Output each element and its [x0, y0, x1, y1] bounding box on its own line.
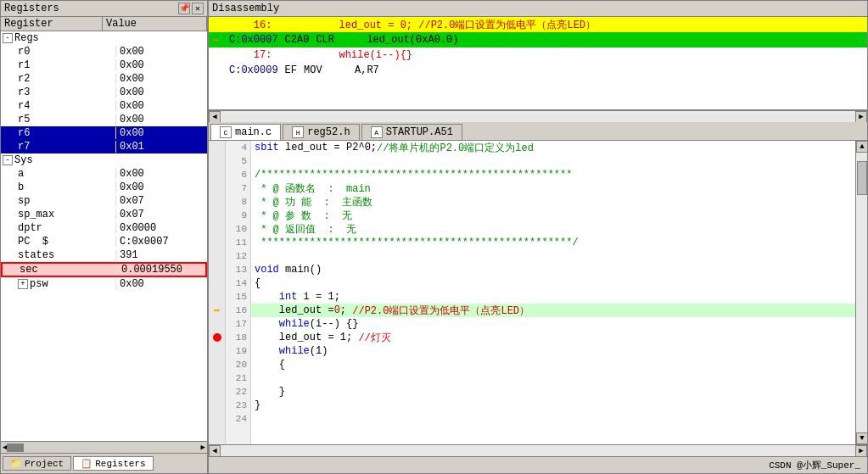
gutter-21 [209, 371, 225, 385]
code-keyword-int: int [255, 291, 297, 303]
registers-table[interactable]: - Regs r0 0x00 r1 0x00 r2 0x00 r3 0x00 [1, 31, 207, 441]
tab-startup-a51[interactable]: A STARTUP.A51 [361, 124, 462, 140]
scroll-up-btn[interactable]: ▲ [856, 141, 867, 153]
code-text-19b: (1) [310, 345, 328, 357]
table-row[interactable]: sp_max 0x07 [1, 208, 207, 221]
source-scroll-track[interactable] [221, 445, 855, 457]
reg-name-r6: r6 [14, 127, 116, 139]
reg-name-b: b [14, 181, 116, 193]
table-row[interactable]: b 0x00 [1, 181, 207, 194]
dis-scroll-right[interactable]: ▶ [855, 111, 867, 123]
table-row[interactable]: r5 0x00 [1, 113, 207, 126]
disassembly-header: Disassembly [209, 1, 867, 17]
tab-reg52-h-label: reg52.h [307, 126, 350, 138]
disassembly-h-scrollbar[interactable]: ◀ ▶ [209, 110, 867, 122]
gutter-19 [209, 344, 225, 358]
psw-tree-toggle[interactable]: + [18, 279, 28, 289]
list-item: led_out = 1; //灯灭 [251, 331, 855, 344]
gutter-12 [209, 249, 225, 263]
table-row[interactable]: dptr 0x0000 [1, 221, 207, 235]
code-text-23: } [255, 399, 260, 411]
h-scroll-thumb[interactable] [7, 443, 24, 452]
source-h-scrollbar[interactable]: ◀ ▶ [209, 444, 867, 456]
reg-name-psw: + psw [14, 278, 116, 290]
table-row[interactable]: r0 0x00 [1, 45, 207, 59]
pin-icon[interactable]: 📌 [178, 3, 190, 14]
reg-value-r5: 0x00 [116, 114, 207, 125]
table-row-sec[interactable]: sec 0.00019550 [1, 262, 207, 277]
register-col-header: Register [1, 17, 103, 31]
code-keyword-while-19: while [279, 345, 310, 357]
current-line-arrow-icon: ➡ [212, 33, 219, 47]
gutter-24 [209, 412, 225, 426]
table-row[interactable]: r3 0x00 [1, 86, 207, 99]
right-scroll-btn[interactable]: ▶ [201, 443, 205, 452]
scroll-thumb[interactable] [857, 161, 867, 195]
code-comment-11: ****************************************… [255, 237, 579, 248]
code-area[interactable]: sbit led_out = P2^0; //将单片机的P2.0端口定义为led… [251, 141, 855, 444]
reg-value-r2: 0x00 [116, 73, 207, 85]
list-item: ****************************************… [251, 236, 855, 249]
list-item: void main() [251, 263, 855, 276]
watermark-text: CSDN @小辉_Super_ [769, 459, 860, 471]
source-scroll-left[interactable]: ◀ [209, 445, 221, 457]
scroll-down-btn[interactable]: ▼ [856, 432, 867, 444]
reg-name-r4: r4 [14, 100, 116, 112]
code-keyword-void: void [255, 264, 279, 276]
reg-value-pc: C:0x0007 [116, 236, 207, 248]
table-row[interactable]: r4 0x00 [1, 99, 207, 113]
table-row[interactable]: a 0x00 [1, 167, 207, 181]
source-gutter: ➡ [209, 141, 226, 444]
code-text-13: main() [279, 264, 322, 276]
code-text-22: } [255, 386, 285, 398]
code-text-16a: led_out = [255, 304, 334, 316]
list-item: * @ 功 能 : 主函数 [251, 195, 855, 209]
line-num-12: 12 [226, 249, 250, 263]
source-v-scrollbar[interactable]: ▲ ▼ [855, 141, 867, 444]
gutter-15 [209, 290, 225, 304]
scroll-track[interactable] [856, 153, 867, 432]
tab-reg52-h[interactable]: H reg52.h [283, 124, 359, 140]
dis-arrow-2: ➡ [212, 33, 229, 47]
table-row[interactable]: + psw 0x00 [1, 277, 207, 291]
list-item: } [251, 399, 855, 412]
regs-group-header[interactable]: - Regs [1, 31, 207, 45]
list-item: * @ 返回值 : 无 [251, 222, 855, 236]
dis-scroll-left[interactable]: ◀ [209, 111, 221, 123]
reg-value-r1: 0x00 [116, 59, 207, 71]
table-row[interactable]: r7 0x01 [1, 140, 207, 153]
line-num-17: 17 [226, 317, 250, 331]
gutter-22 [209, 385, 225, 399]
reg-value-states: 391 [116, 249, 207, 261]
project-tab[interactable]: 📁 Project [3, 456, 71, 471]
reg-name-r0: r0 [14, 46, 116, 58]
table-row[interactable]: states 391 [1, 248, 207, 262]
registers-header: Registers 📌 ✕ [1, 1, 207, 17]
dis-scroll-track[interactable] [221, 111, 855, 123]
reg-name-sp: sp [14, 195, 116, 207]
table-row[interactable]: sp 0x07 [1, 194, 207, 208]
tab-main-c[interactable]: C main.c [210, 124, 281, 140]
table-row[interactable]: PC $ C:0x0007 [1, 235, 207, 248]
code-comment-7: * @ 函数名 : main [255, 181, 371, 196]
regs-tree-toggle[interactable]: - [3, 33, 13, 43]
reg52-h-file-icon: H [292, 126, 304, 138]
code-comment-16: //P2.0端口设置为低电平（点亮LED） [352, 304, 529, 318]
reg-name-pc: PC $ [14, 236, 116, 248]
sys-tree-toggle[interactable]: - [3, 155, 13, 165]
reg-value-r6: 0x00 [116, 127, 207, 139]
table-row[interactable]: r1 0x00 [1, 59, 207, 72]
close-icon[interactable]: ✕ [192, 3, 204, 14]
table-row[interactable]: r2 0x00 [1, 72, 207, 86]
line-num-24: 24 [226, 412, 250, 426]
registers-h-scrollbar[interactable]: ◀ ▶ [1, 441, 207, 453]
sys-group-header[interactable]: - Sys [1, 153, 207, 167]
reg-name-a: a [14, 168, 116, 180]
gutter-8 [209, 195, 225, 209]
code-keyword-while-17: while [279, 318, 310, 330]
registers-tab[interactable]: 📋 Registers [73, 456, 153, 471]
source-scroll-right[interactable]: ▶ [855, 445, 867, 457]
line-num-8: 8 [226, 195, 250, 209]
table-row[interactable]: r6 0x00 [1, 126, 207, 140]
dis-line-2: ➡ C:0x0007 C2A0 CLR led_out(0xA0.0) [209, 32, 867, 47]
